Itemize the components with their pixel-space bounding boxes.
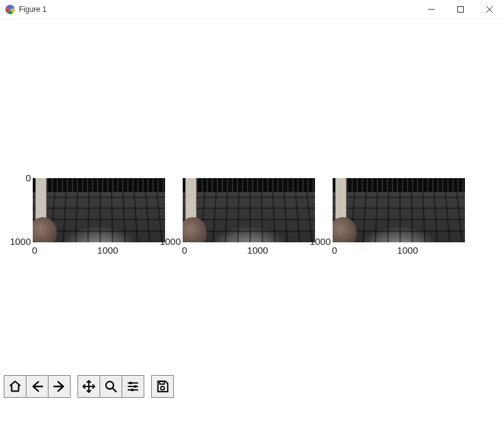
xtick-label: 0	[182, 245, 187, 256]
save-button[interactable]	[151, 375, 174, 398]
magnify-icon	[104, 380, 118, 393]
subplot-row: 0 1000 0 1000 1000 0 1000 1000	[28, 178, 466, 259]
home-icon	[8, 380, 22, 393]
subplot-image	[333, 178, 465, 242]
xtick-label: 1000	[397, 245, 418, 256]
window-title: Figure 1	[19, 5, 47, 14]
forward-button[interactable]	[48, 375, 71, 398]
app-icon	[5, 4, 15, 14]
move-icon	[82, 380, 96, 393]
xtick-label: 0	[32, 245, 37, 256]
x-axis: 0 1000	[328, 242, 466, 259]
xtick-label: 1000	[247, 245, 268, 256]
subplot-image	[33, 178, 165, 242]
arrow-left-icon	[30, 380, 44, 393]
back-button[interactable]	[26, 375, 49, 398]
home-button[interactable]	[4, 375, 26, 398]
x-axis: 0 1000	[178, 242, 316, 259]
pan-button[interactable]	[77, 375, 100, 398]
window-close-button[interactable]	[475, 0, 504, 19]
ytick-label: 1000	[10, 236, 31, 247]
x-axis: 0 1000	[28, 242, 166, 259]
xtick-label: 1000	[97, 245, 118, 256]
subplot-1: 0 1000 0 1000	[28, 178, 166, 259]
ytick-label: 1000	[310, 236, 331, 247]
matplotlib-toolbar	[0, 371, 177, 402]
ytick-label: 0	[26, 172, 31, 183]
window-minimize-button[interactable]	[417, 0, 446, 19]
xtick-label: 0	[332, 245, 337, 256]
sliders-icon	[126, 380, 140, 393]
svg-point-7	[161, 386, 164, 390]
configure-subplots-button[interactable]	[122, 375, 144, 398]
svg-rect-4	[134, 385, 137, 388]
svg-rect-6	[159, 381, 164, 385]
arrow-right-icon	[52, 380, 66, 393]
svg-rect-1	[458, 7, 464, 13]
svg-rect-5	[131, 389, 134, 391]
save-icon	[156, 380, 169, 393]
window-maximize-button[interactable]	[446, 0, 475, 19]
subplot-2: 1000 0 1000	[178, 178, 316, 259]
subplot-image	[183, 178, 315, 242]
subplot-3: 1000 0 1000	[328, 178, 466, 259]
svg-rect-3	[130, 382, 132, 385]
zoom-button[interactable]	[100, 375, 122, 398]
figure-canvas[interactable]: 0 1000 0 1000 1000 0 1000 1000	[0, 20, 504, 402]
ytick-label: 1000	[160, 236, 181, 247]
titlebar: Figure 1	[0, 0, 504, 20]
